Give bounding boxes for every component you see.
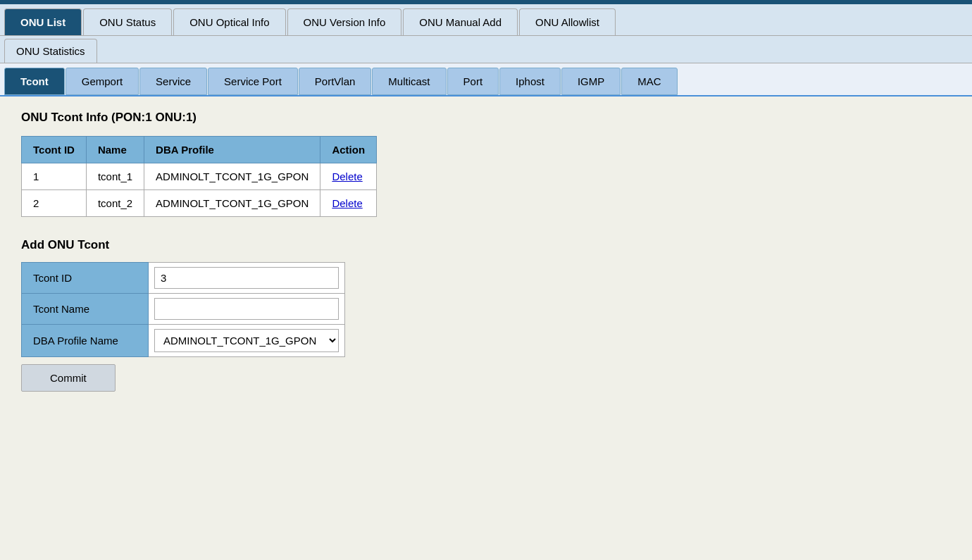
cell-name: tcont_1 [86,163,144,190]
tcont-id-input[interactable] [154,267,339,289]
cell-action: Delete [320,163,377,190]
tab-third-mac[interactable]: MAC [621,68,677,95]
tcont-name-input[interactable] [154,298,339,320]
tab-third-tcont[interactable]: Tcont [4,68,65,95]
tab-top-onu-optical-info[interactable]: ONU Optical Info [173,8,285,35]
cell-tcont-id: 2 [22,190,87,217]
dba-profile-label: DBA Profile Name [22,325,149,357]
table-header-row: Tcont IDNameDBA ProfileAction [22,137,377,163]
tab-top-onu-list[interactable]: ONU List [4,8,82,35]
cell-dba-profile: ADMINOLT_TCONT_1G_GPON [144,190,320,217]
tcont-info-table: Tcont IDNameDBA ProfileAction 1tcont_1AD… [21,136,377,217]
tab-second-onu-statistics[interactable]: ONU Statistics [4,39,97,63]
col-header-name: Name [86,137,144,163]
tab-top-onu-manual-add[interactable]: ONU Manual Add [403,8,518,35]
dba-profile-row: DBA Profile Name ADMINOLT_TCONT_1G_GPON [22,325,345,357]
tab-bar-third: TcontGemportServiceService PortPortVlanM… [0,63,972,97]
add-tcont-table: Tcont ID Tcont Name DBA Profile Name ADM… [21,262,345,357]
commit-button[interactable]: Commit [21,364,116,392]
col-header-dba-profile: DBA Profile [144,137,320,163]
tcont-id-input-cell [149,263,345,294]
table-body: 1tcont_1ADMINOLT_TCONT_1G_GPONDelete2tco… [22,163,377,217]
tab-bar-top: ONU ListONU StatusONU Optical InfoONU Ve… [0,4,972,36]
tcont-id-label: Tcont ID [22,263,149,294]
second-tab-inner: ONU Statistics [4,39,968,63]
tcont-name-row: Tcont Name [22,294,345,325]
tab-third-multicast[interactable]: Multicast [372,68,446,95]
tab-third-igmp[interactable]: IGMP [561,68,621,95]
delete-link-0[interactable]: Delete [332,170,362,182]
tab-third-portvlan[interactable]: PortVlan [299,68,372,95]
dba-profile-input-cell: ADMINOLT_TCONT_1G_GPON [149,325,345,357]
tab-top-onu-version-info[interactable]: ONU Version Info [287,8,402,35]
add-section-title: Add ONU Tcont [21,238,951,252]
table-row: 1tcont_1ADMINOLT_TCONT_1G_GPONDelete [22,163,377,190]
tcont-name-input-cell [149,294,345,325]
third-tab-inner: TcontGemportServiceService PortPortVlanM… [4,68,968,95]
col-header-action: Action [320,137,377,163]
tcont-name-label: Tcont Name [22,294,149,325]
dba-profile-select[interactable]: ADMINOLT_TCONT_1G_GPON [154,329,339,352]
info-section-title: ONU Tcont Info (PON:1 ONU:1) [21,111,951,125]
cell-action: Delete [320,190,377,217]
col-header-tcont-id: Tcont ID [22,137,87,163]
tab-third-gemport[interactable]: Gemport [66,68,139,95]
tab-bar-second: ONU Statistics [0,36,972,63]
tab-top-onu-status[interactable]: ONU Status [83,8,172,35]
tab-top-onu-allowlist[interactable]: ONU Allowlist [519,8,616,35]
tcont-id-row: Tcont ID [22,263,345,294]
delete-link-1[interactable]: Delete [332,197,362,209]
main-content: ONU Tcont Info (PON:1 ONU:1) Tcont IDNam… [0,97,972,406]
cell-dba-profile: ADMINOLT_TCONT_1G_GPON [144,163,320,190]
cell-tcont-id: 1 [22,163,87,190]
table-row: 2tcont_2ADMINOLT_TCONT_1G_GPONDelete [22,190,377,217]
tab-third-service[interactable]: Service [139,68,207,95]
tab-third-service-port[interactable]: Service Port [208,68,298,95]
cell-name: tcont_2 [86,190,144,217]
tab-third-iphost[interactable]: Iphost [499,68,561,95]
tab-third-port[interactable]: Port [447,68,499,95]
